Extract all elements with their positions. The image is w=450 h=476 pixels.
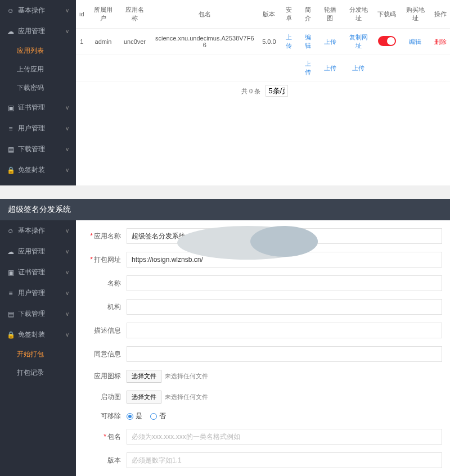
pager: 共 0 条 (76, 81, 450, 100)
chevron-down-icon: ∨ (65, 125, 69, 132)
radio-yes[interactable]: 是 (127, 411, 142, 421)
sidebar-item-label: 证书管理 (18, 103, 45, 112)
input-name[interactable] (127, 275, 442, 291)
sidebar-item-label: 应用管理 (18, 247, 45, 256)
sidebar-item-label: 免签封装 (18, 165, 45, 175)
sidebar-item-sign2[interactable]: 🔒 免签封装 ∨ (0, 324, 76, 345)
sidebar-item-label: 基本操作 (18, 6, 45, 15)
download-toggle[interactable] (378, 36, 396, 46)
sidebar-item-app2[interactable]: ☁ 应用管理 ∨ (0, 241, 76, 262)
copy-dist-link[interactable]: 复制网址 (349, 34, 368, 49)
sidebar-item-label: 下载管理 (18, 309, 45, 319)
panel2-header: 超级签名分发系统 (0, 199, 450, 220)
user-icon: ☺ (7, 7, 15, 15)
user-icon: ☺ (7, 227, 15, 235)
sidebar-sub-upload[interactable]: 上传应用 (0, 60, 76, 79)
chevron-down-icon: ∨ (65, 167, 69, 173)
sidebar-item-dl[interactable]: ▤ 下载管理 ∨ (0, 139, 76, 160)
label-version: 版本 (87, 456, 121, 465)
extra-upload3[interactable]: 上传 (352, 65, 364, 71)
extra-upload2[interactable]: 上传 (324, 65, 336, 71)
download-icon: ▤ (7, 310, 15, 318)
pager-total: 共 0 条 (241, 88, 260, 94)
sidebar-sub-dlpwd[interactable]: 下载密码 (0, 79, 76, 97)
input-agree[interactable] (127, 346, 442, 362)
cloud-icon: ☁ (7, 28, 15, 35)
app-table: id 所属用户 应用名称 包名 版本 安卓 简介 轮播图 分发地址 下载码 购买… (76, 0, 450, 81)
label-desc: 描述信息 (87, 326, 121, 336)
choose-file-icon-button[interactable]: 选择文件 (127, 370, 161, 383)
upload-android-link[interactable]: 上传 (286, 34, 292, 49)
choose-file-splash-button[interactable]: 选择文件 (127, 391, 161, 404)
chevron-down-icon: ∨ (65, 7, 69, 13)
th-ver: 版本 (259, 0, 279, 29)
th-intro: 简介 (299, 0, 318, 29)
redaction-blob2 (250, 226, 318, 257)
file-hint-icon: 未选择任何文件 (165, 372, 208, 380)
sidebar-item-user2[interactable]: ≡ 用户管理 ∨ (0, 283, 76, 303)
cert-icon: ▣ (7, 269, 15, 276)
table-row: 1 admin unc0ver science.xnu.undecimus.A2… (76, 29, 450, 55)
th-ops: 操作 (431, 0, 450, 29)
label-pkg: *包名 (87, 432, 121, 442)
sidebar-item-user[interactable]: ≡ 用户管理 ∨ (0, 118, 76, 139)
delete-link[interactable]: 删除 (434, 38, 447, 45)
th-android: 安卓 (280, 0, 299, 29)
cell-user: admin (88, 29, 119, 55)
chevron-down-icon: ∨ (65, 248, 69, 255)
list-icon: ≡ (7, 289, 15, 297)
sidebar-item-cert[interactable]: ▣ 证书管理 ∨ (0, 97, 76, 118)
cert-icon: ▣ (7, 104, 15, 112)
file-hint-splash: 未选择任何文件 (165, 393, 208, 401)
sidebar-sub-applist[interactable]: 应用列表 (0, 42, 76, 60)
cell-id: 1 (76, 29, 88, 55)
chevron-down-icon: ∨ (65, 290, 69, 296)
edit-intro-link[interactable]: 编辑 (305, 34, 311, 49)
chevron-down-icon: ∨ (65, 105, 69, 111)
input-desc[interactable] (127, 323, 442, 338)
sidebar-item-sign[interactable]: 🔒 免签封装 ∨ (0, 160, 76, 180)
pager-size-input[interactable] (266, 85, 288, 97)
sidebar-item-basic2[interactable]: ☺ 基本操作 ∨ (0, 220, 76, 241)
th-appname: 应用名称 (119, 0, 150, 29)
chevron-down-icon: ∨ (65, 311, 69, 317)
th-dl: 下载码 (374, 0, 399, 29)
sidebar-item-label: 应用管理 (18, 26, 45, 36)
label-splash: 启动图 (87, 392, 121, 402)
th-pkg: 包名 (150, 0, 259, 29)
sidebar-item-label: 证书管理 (18, 268, 45, 277)
input-org[interactable] (127, 299, 442, 315)
form-content: *应用名称 *打包网址 名称 机构 描述信息 同意信息 应用图标 选择文件 未选… (76, 220, 450, 476)
th-buy: 购买地址 (399, 0, 431, 29)
table-header-row: id 所属用户 应用名称 包名 版本 安卓 简介 轮播图 分发地址 下载码 购买… (76, 0, 450, 29)
sidebar-item-label: 免签封装 (18, 330, 45, 339)
radio-dot-icon (150, 413, 157, 420)
input-pkg[interactable] (127, 429, 442, 445)
radio-no[interactable]: 否 (150, 411, 166, 421)
upload-carousel-link[interactable]: 上传 (324, 38, 336, 45)
lock-icon: 🔒 (7, 166, 15, 174)
chevron-down-icon: ∨ (65, 332, 69, 338)
label-remove: 可移除 (87, 411, 121, 421)
edit-buy-link[interactable]: 编辑 (409, 38, 421, 45)
label-name: 名称 (87, 279, 121, 288)
list-icon: ≡ (7, 125, 15, 133)
lock-icon: 🔒 (7, 331, 15, 339)
chevron-down-icon: ∨ (65, 28, 69, 34)
chevron-down-icon: ∨ (65, 146, 69, 152)
sidebar-sub-startpack[interactable]: 开始打包 (0, 345, 76, 364)
table-content: id 所属用户 应用名称 包名 版本 安卓 简介 轮播图 分发地址 下载码 购买… (76, 0, 450, 185)
th-id: id (76, 0, 88, 29)
sidebar-panel1: ☺ 基本操作 ∨ ☁ 应用管理 ∨ 应用列表 上传应用 下载密码 ▣ 证书管理 … (0, 0, 76, 185)
input-version[interactable] (127, 452, 442, 468)
sidebar-item-label: 用户管理 (18, 124, 45, 133)
th-dist: 分发地址 (343, 0, 374, 29)
sidebar-item-dl2[interactable]: ▤ 下载管理 ∨ (0, 303, 76, 324)
sidebar-item-basic[interactable]: ☺ 基本操作 ∨ (0, 0, 76, 21)
label-appicon: 应用图标 (87, 371, 121, 381)
extra-upload1[interactable]: 上传 (305, 60, 311, 75)
th-user: 所属用户 (88, 0, 119, 29)
sidebar-item-cert2[interactable]: ▣ 证书管理 ∨ (0, 262, 76, 283)
sidebar-sub-packrecord[interactable]: 打包记录 (0, 364, 76, 382)
sidebar-item-app[interactable]: ☁ 应用管理 ∨ (0, 21, 76, 42)
